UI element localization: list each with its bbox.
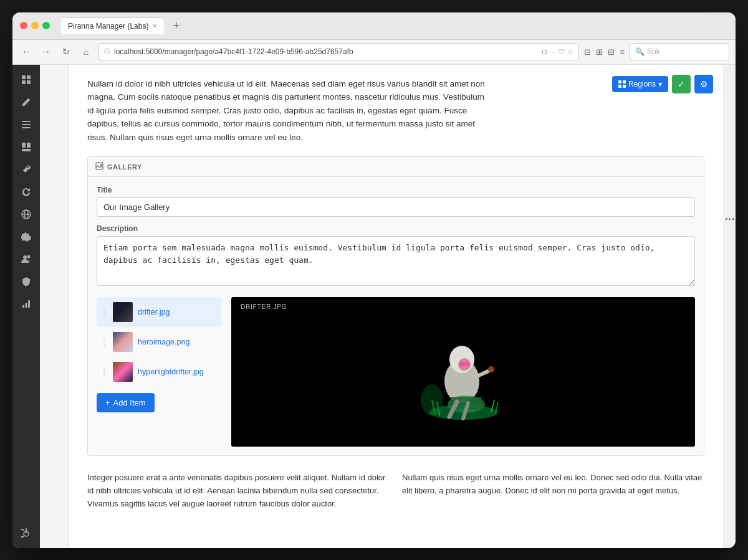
- browser-window: Piranna Manager (Labs) ✕ + ← → ↻ ⌂ ⓘ loc…: [12, 12, 736, 548]
- item-thumbnail: [113, 302, 133, 322]
- gallery-widget: GALLERY Title Description Etiam porta se…: [87, 156, 704, 456]
- description-textarea[interactable]: Etiam porta sem malesuada magna mollis e…: [97, 236, 695, 286]
- gallery-items-area: ⋮ drifter.jpg ⋮ heroimage.png: [97, 297, 695, 447]
- sidebar-item-list[interactable]: [16, 115, 36, 135]
- drag-handle-icon: ⋮: [100, 338, 108, 346]
- top-toolbar: Regions ▾ ✓ ⚙: [612, 75, 713, 93]
- svg-point-24: [100, 164, 102, 166]
- svg-rect-20: [623, 80, 626, 83]
- item-name: drifter.jpg: [138, 308, 218, 316]
- bookmark-icon: ☆: [567, 48, 573, 56]
- bottom-text-area: Integer posuere erat a ante venenatis da…: [87, 468, 704, 510]
- svg-point-13: [23, 255, 27, 259]
- gallery-header: GALLERY: [88, 157, 704, 177]
- drag-handle-icon: ⋮: [100, 308, 108, 316]
- gallery-widget-icon: [95, 162, 103, 171]
- sidebar-item-power[interactable]: [16, 523, 36, 543]
- url-actions: ⊟ ··· 🛡 ☆: [542, 48, 573, 56]
- forward-button[interactable]: →: [39, 44, 54, 59]
- back-button[interactable]: ←: [19, 44, 34, 59]
- search-bar[interactable]: 🔍 Sök: [630, 43, 729, 60]
- svg-rect-19: [618, 80, 621, 83]
- lock-icon: ⓘ: [104, 47, 110, 56]
- svg-rect-9: [22, 149, 31, 151]
- titlebar: Piranna Manager (Labs) ✕ +: [12, 12, 736, 40]
- close-button[interactable]: [20, 22, 27, 29]
- svg-rect-5: [22, 124, 31, 125]
- browser-tab[interactable]: Piranna Manager (Labs) ✕: [60, 17, 165, 34]
- sidebar-item-edit[interactable]: [16, 92, 36, 112]
- svg-rect-15: [22, 305, 24, 308]
- more-icon: ···: [550, 48, 555, 56]
- preview-image: [231, 297, 695, 447]
- item-thumbnail: [113, 362, 133, 382]
- sidebar-item-pages[interactable]: [16, 137, 36, 157]
- add-item-button[interactable]: + Add Item: [97, 393, 155, 412]
- extensions-icon: ⊞: [596, 47, 603, 57]
- svg-point-40: [421, 384, 443, 415]
- shield-icon: 🛡: [558, 48, 565, 56]
- url-bar[interactable]: ⓘ localhost:5000/manager/page/a47bc4f1-1…: [98, 43, 579, 60]
- addressbar: ← → ↻ ⌂ ⓘ localhost:5000/manager/page/a4…: [12, 40, 736, 65]
- refresh-button[interactable]: ↻: [59, 44, 74, 59]
- home-button[interactable]: ⌂: [79, 44, 94, 59]
- page-content: Regions ▾ ✓ ⚙ Nullam id dolor id nibh ul…: [69, 65, 723, 548]
- intro-text: Nullam id dolor id nibh ultricies vehicu…: [87, 77, 492, 145]
- drifter-svg: [395, 303, 532, 440]
- svg-rect-17: [28, 300, 30, 308]
- list-item[interactable]: ⋮ heroimage.png: [97, 327, 221, 357]
- sidebar-item-build[interactable]: [16, 294, 36, 314]
- content-sidebar: [40, 65, 69, 548]
- bookmarks-icon: ⊟: [584, 47, 591, 57]
- svg-rect-21: [618, 85, 621, 88]
- svg-rect-3: [27, 80, 31, 84]
- title-label: Title: [97, 186, 695, 194]
- item-thumbnail: [113, 332, 133, 352]
- new-tab-button[interactable]: +: [170, 19, 182, 32]
- sidebar-item-users[interactable]: [16, 249, 36, 269]
- svg-rect-22: [623, 85, 626, 88]
- more-options-button[interactable]: ⋮: [724, 214, 736, 223]
- svg-rect-16: [26, 303, 27, 308]
- sidebar-item-security[interactable]: [16, 272, 36, 292]
- description-label: Description: [97, 224, 695, 233]
- sidebar-item-sync[interactable]: [16, 182, 36, 202]
- svg-rect-1: [27, 75, 31, 79]
- tab-close-icon[interactable]: ✕: [152, 22, 157, 29]
- tab-title: Piranna Manager (Labs): [68, 22, 148, 31]
- settings-button[interactable]: ⚙: [694, 75, 713, 93]
- regions-chevron-icon: ▾: [658, 80, 662, 88]
- bottom-right-text: Nullam quis risus eget urna mollis ornar…: [402, 472, 704, 510]
- preview-filename: DRIFTER.JPG: [237, 302, 290, 311]
- gallery-section-label: GALLERY: [107, 163, 142, 171]
- gear-icon: ⚙: [700, 79, 708, 89]
- sidebar-item-globe[interactable]: [16, 204, 36, 224]
- list-item[interactable]: ⋮ drifter.jpg: [97, 297, 221, 327]
- item-name: heroimage.png: [138, 338, 218, 346]
- svg-rect-29: [459, 362, 469, 366]
- svg-rect-2: [22, 80, 26, 84]
- sidebar-toggle-icon: ⊟: [608, 47, 615, 57]
- reader-icon: ⊟: [542, 48, 547, 56]
- sidebar-item-tools[interactable]: [16, 159, 36, 179]
- title-input[interactable]: [97, 197, 695, 217]
- svg-rect-8: [27, 143, 31, 148]
- sidebar-item-settings[interactable]: [16, 227, 36, 247]
- svg-rect-6: [22, 127, 31, 128]
- confirm-button[interactable]: ✓: [672, 75, 691, 93]
- minimize-button[interactable]: [31, 22, 39, 29]
- list-item[interactable]: ⋮ hyperlightdrifter.jpg: [97, 357, 221, 387]
- preview-area: DRIFTER.JPG: [231, 297, 695, 447]
- search-icon: 🔍: [635, 47, 645, 56]
- fullscreen-button[interactable]: [42, 22, 50, 29]
- regions-button[interactable]: Regions ▾: [612, 76, 668, 92]
- regions-label: Regions: [628, 80, 656, 88]
- right-panel: ⋮: [723, 65, 736, 548]
- drag-handle-icon: ⋮: [100, 368, 108, 376]
- add-item-label: Add Item: [113, 398, 146, 407]
- gallery-body: Title Description Etiam porta sem malesu…: [88, 177, 704, 455]
- sidebar-item-dashboard[interactable]: [16, 70, 36, 90]
- plus-icon: +: [105, 398, 110, 407]
- sidebar-rail: [12, 65, 40, 548]
- svg-point-31: [488, 366, 494, 373]
